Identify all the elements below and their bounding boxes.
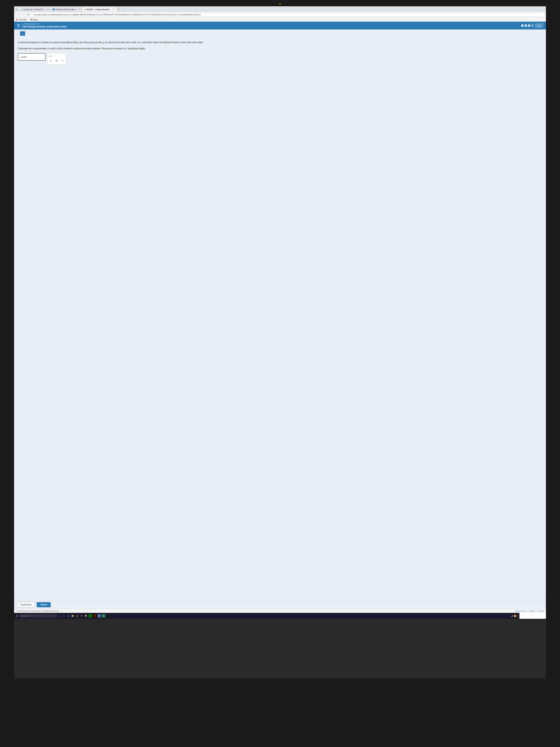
taskbar-s-icon[interactable]: S	[88, 614, 92, 618]
explanation-button[interactable]: Explanation	[17, 602, 35, 607]
operator-undo-button[interactable]: ↺	[55, 59, 58, 63]
header-left: ☰ ● STOICHIOMETRY Calculating molarity u…	[17, 23, 67, 28]
operator-help-button[interactable]: ?	[61, 59, 64, 63]
tab3-close[interactable]: ✕	[113, 8, 114, 10]
address-bar-row: ← → ↻ ww-awn.aleks.com/alekscgi/x/lsl.ex…	[14, 12, 546, 18]
check-button[interactable]: Check	[37, 602, 51, 607]
taskbar-briefcase-icon[interactable]: 💼	[75, 614, 79, 618]
taskbar-mail-icon[interactable]: ✉	[80, 614, 83, 618]
footer-separator2: |	[537, 610, 537, 612]
tab1-favicon: 📊	[20, 8, 22, 10]
tab1-label: Grades for Lindsay Brooks: 2021	[23, 8, 45, 10]
header-topic: ● STOICHIOMETRY Calculating molarity usi…	[22, 23, 67, 28]
bookmark-youtube[interactable]: ▶ YouTube	[16, 18, 27, 21]
taskbar-system-tray: 🔊 📶 ?	[511, 615, 518, 617]
operator-sup: □	[51, 55, 52, 57]
bottom-bar: Explanation Check	[14, 600, 546, 609]
tab-bar: ✕ 📊 Grades for Lindsay Brooks: 2021 ✕ 📘 …	[14, 6, 546, 12]
dot-4	[531, 24, 534, 27]
operator-panel: □ □ × ↺ ?	[47, 53, 66, 65]
header-right: Linc	[521, 24, 543, 28]
bookmark-maps-label: Maps	[33, 19, 38, 21]
operator-buttons: × ↺ ?	[49, 59, 64, 63]
taskbar-chrome-icon[interactable]: G	[66, 614, 70, 618]
footer-privacy[interactable]: Privacy	[529, 610, 535, 612]
taskbar-excel-icon[interactable]: X	[102, 614, 106, 618]
expand-button[interactable]: ⌄	[20, 31, 25, 36]
maps-icon: 🗺	[30, 19, 32, 21]
unit-label: mol/L	[21, 56, 27, 58]
dot-3	[528, 24, 530, 27]
progress-dots	[521, 24, 534, 27]
keyboard-area: · · · · · · · · · · · · · · · · ·	[14, 619, 546, 679]
question-text: Calculate the concentration in mol/L of …	[18, 47, 542, 50]
refresh-button[interactable]: ↻	[27, 13, 30, 17]
tab3-label: ALEKS - Lindsay Brooks - Learn	[87, 8, 111, 10]
camera-area	[14, 2, 546, 5]
laptop-bezel: ✕ 📊 Grades for Lindsay Brooks: 2021 ✕ 📘 …	[0, 0, 560, 747]
footer-access[interactable]: Acces	[539, 610, 544, 612]
bookmark-maps[interactable]: 🗺 Maps	[29, 18, 39, 21]
nav-buttons: ← → ↻	[16, 13, 31, 17]
forward-button[interactable]: →	[22, 13, 26, 17]
keyboard-hint: · · · · · · · · · · · · · · · · ·	[255, 646, 305, 651]
tray-help[interactable]: ?	[517, 615, 518, 617]
taskbar-search[interactable]	[20, 614, 57, 618]
tab2-label: McGraw-Hill Education Campus	[55, 8, 78, 10]
tab2-favicon: 📘	[52, 8, 55, 10]
taskbar: ⊞ □ ◎ G 📁 💼 ✉ 📦 S ⚙ W X 🔊 📶 ?	[14, 613, 519, 619]
bookmark-youtube-label: YouTube	[19, 19, 26, 21]
task-view-icon[interactable]: □	[57, 614, 61, 618]
problem-text: A chemist prepares a solution of calcium…	[18, 41, 542, 45]
tab-close-icon[interactable]: ✕	[15, 8, 18, 11]
browser-chrome: ✕ 📊 Grades for Lindsay Brooks: 2021 ✕ 📘 …	[14, 6, 546, 22]
user-button[interactable]: Linc	[535, 24, 543, 28]
tab3-favicon: A	[85, 8, 86, 10]
footer-terms[interactable]: Terms of Use	[515, 610, 526, 612]
content-area: ☰ ● STOICHIOMETRY Calculating molarity u…	[14, 22, 546, 613]
dot-1	[521, 24, 524, 27]
operator-display: □ □	[49, 55, 64, 58]
expand-row: ⌄	[14, 29, 546, 37]
windows-icon[interactable]: ⊞	[15, 614, 19, 618]
youtube-icon: ▶	[16, 18, 18, 21]
footer-bar: © 2021 McGraw-Hill Education. All Rights…	[14, 609, 546, 613]
tab-grades[interactable]: 📊 Grades for Lindsay Brooks: 2021 ✕	[18, 7, 50, 12]
footer-separator1: |	[527, 610, 528, 612]
taskbar-dropbox-icon[interactable]: 📦	[84, 614, 88, 618]
operator-close-button[interactable]: ×	[49, 59, 52, 63]
problem-area: A chemist prepares a solution of calcium…	[14, 37, 546, 600]
tab1-close[interactable]: ✕	[47, 8, 48, 10]
tray-icons: 🔊 📶	[511, 615, 516, 617]
tab-aleks[interactable]: A ALEKS - Lindsay Brooks - Learn ✕	[83, 7, 116, 12]
operator-symbol: □	[49, 55, 51, 58]
dot-2	[525, 24, 527, 27]
answer-input-box[interactable]: mol/L	[18, 53, 46, 60]
aleks-header: ☰ ● STOICHIOMETRY Calculating molarity u…	[14, 22, 546, 29]
taskbar-word-icon[interactable]: W	[98, 614, 101, 618]
taskbar-office-icon[interactable]: ⚙	[93, 614, 97, 618]
tab-mcgrawhill[interactable]: 📘 McGraw-Hill Education Campus ✕	[51, 7, 82, 12]
taskbar-browser-icon[interactable]: ◎	[62, 614, 65, 618]
bookmarks-bar: ▶ YouTube 🗺 Maps	[14, 18, 546, 22]
hamburger-icon[interactable]: ☰	[17, 24, 20, 28]
footer-links: Terms of Use | Privacy | Acces	[515, 610, 544, 612]
taskbar-folder-icon[interactable]: 📁	[71, 614, 75, 618]
header-category: ● STOICHIOMETRY	[22, 23, 67, 25]
answer-row: mol/L □ □ × ↺ ?	[18, 53, 542, 65]
screen: ✕ 📊 Grades for Lindsay Brooks: 2021 ✕ 📘 …	[14, 6, 546, 619]
back-button[interactable]: ←	[16, 13, 20, 17]
header-title: Calculating molarity using solute mass	[22, 25, 67, 28]
camera-dot	[279, 3, 281, 4]
footer-copyright: © 2021 McGraw-Hill Education. All Rights…	[16, 610, 59, 612]
address-bar[interactable]: ww-awn.aleks.com/alekscgi/x/lsl.exe/1o_u…	[32, 12, 544, 17]
new-tab-button[interactable]: +	[116, 7, 121, 12]
input-cursor	[20, 55, 20, 58]
tab2-close[interactable]: ✕	[79, 8, 81, 10]
